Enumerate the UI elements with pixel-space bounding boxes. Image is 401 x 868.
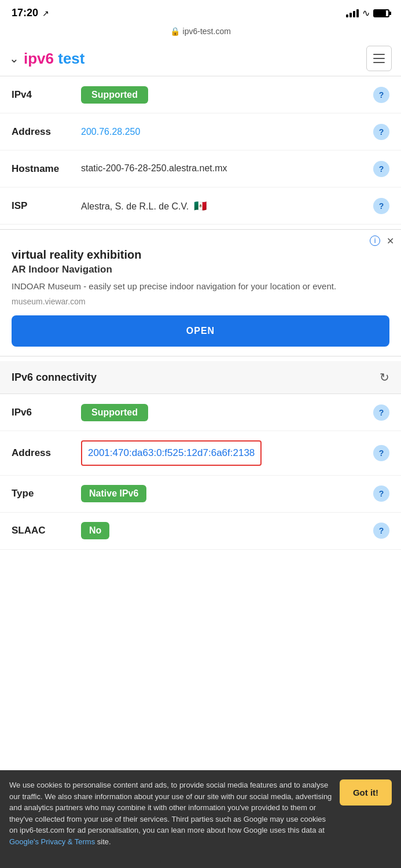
ad-title: virtual reality exhibition [12, 248, 389, 262]
ipv4-isp-help-icon[interactable]: ? [373, 198, 389, 214]
ipv4-hostname-value: static-200-76-28-250.alestra.net.mx [81, 162, 369, 175]
ipv6-status-badge: Supported [81, 404, 148, 421]
ipv6-slaac-value: No [81, 522, 369, 539]
ad-banner: i ✕ virtual reality exhibition AR Indoor… [0, 229, 401, 356]
hamburger-line-1 [373, 54, 385, 55]
ipv4-value: Supported [81, 86, 369, 104]
ad-url: museum.viewar.com [12, 297, 389, 306]
ipv6-section-title: IPv6 connectivity [12, 372, 97, 384]
url-text: ipv6-test.com [183, 27, 231, 36]
ipv6-slaac-badge: No [81, 522, 109, 539]
signal-bar-4 [356, 9, 359, 17]
ipv6-section: IPv6 Supported ? Address 2001:470:da63:0… [0, 394, 401, 550]
hamburger-menu-button[interactable] [366, 46, 392, 71]
back-chevron-icon[interactable]: ⌄ [9, 52, 19, 65]
ipv4-isp-value: Alestra, S. de R.L. de C.V. 🇲🇽 [81, 200, 369, 212]
logo-test: test [54, 50, 84, 67]
status-icons: ∿ [346, 8, 389, 19]
ipv6-address-row: Address 2001:470:da63:0:f525:12d7:6a6f:2… [0, 431, 401, 476]
ipv6-slaac-help-icon[interactable]: ? [373, 523, 389, 539]
ad-open-button[interactable]: OPEN [12, 315, 389, 347]
status-time: 17:20 ↗ [12, 7, 49, 19]
ipv4-hostname-help-icon[interactable]: ? [373, 161, 389, 177]
logo-v6: v6 [37, 50, 54, 67]
ad-info-icon[interactable]: i [370, 236, 380, 246]
ipv6-slaac-row: SLAAC No ? [0, 513, 401, 550]
signal-bars [346, 9, 359, 17]
ipv6-section-header: IPv6 connectivity ↻ [0, 361, 401, 394]
ipv4-hostname-label: Hostname [12, 163, 81, 175]
signal-bar-2 [350, 13, 352, 17]
ipv4-address-row: Address 200.76.28.250 ? [0, 113, 401, 150]
ipv4-label: IPv4 [12, 89, 81, 101]
ipv4-address-label: Address [12, 126, 81, 138]
ipv4-isp-row: ISP Alestra, S. de R.L. de C.V. 🇲🇽 ? [0, 187, 401, 225]
site-logo[interactable]: ipv6 test [24, 50, 85, 68]
ipv6-address-label: Address [12, 447, 81, 459]
ad-close-icon[interactable]: ✕ [387, 236, 394, 247]
cookie-policy-link[interactable]: Google's Privacy & Terms [9, 837, 95, 846]
ipv4-address-value[interactable]: 200.76.28.250 [81, 127, 369, 137]
ipv6-slaac-label: SLAAC [12, 525, 81, 536]
hamburger-line-3 [373, 62, 385, 63]
ad-description: INDOAR Museum - easily set up precise in… [12, 280, 389, 292]
location-icon: ↗ [42, 9, 49, 18]
signal-bar-3 [353, 11, 355, 17]
ipv4-isp-label: ISP [12, 200, 81, 212]
ipv6-help-icon[interactable]: ? [373, 404, 389, 421]
mexico-flag-icon: 🇲🇽 [194, 200, 207, 212]
status-bar: 17:20 ↗ ∿ [0, 0, 401, 24]
ipv6-row: IPv6 Supported ? [0, 394, 401, 431]
cookie-banner-inner: We use cookies to personalise content an… [9, 779, 392, 847]
ad-subtitle: AR Indoor Navigation [12, 264, 389, 275]
home-indicator [160, 860, 241, 863]
ipv6-address-help-icon[interactable]: ? [373, 445, 389, 461]
ipv4-help-icon[interactable]: ? [373, 87, 389, 103]
signal-bar-1 [346, 14, 348, 17]
ipv6-type-help-icon[interactable]: ? [373, 486, 389, 502]
lock-icon: 🔒 [170, 27, 180, 36]
wifi-icon: ∿ [362, 8, 370, 19]
battery-icon [373, 9, 389, 17]
ipv6-value: Supported [81, 404, 369, 421]
ipv4-status-badge: Supported [81, 86, 148, 104]
ipv6-label: IPv6 [12, 407, 81, 418]
ipv6-type-label: Type [12, 488, 81, 499]
nav-bar: ⌄ ipv6 test [0, 41, 401, 76]
ipv4-row: IPv4 Supported ? [0, 76, 401, 113]
ipv6-type-row: Type Native IPv6 ? [0, 476, 401, 513]
ipv4-hostname-row: Hostname static-200-76-28-250.alestra.ne… [0, 150, 401, 187]
ipv6-address-value: 2001:470:da63:0:f525:12d7:6a6f:2138 [81, 440, 369, 466]
logo-ip: ip [24, 50, 37, 67]
ipv4-section: IPv4 Supported ? Address 200.76.28.250 ?… [0, 76, 401, 225]
ipv6-address-box[interactable]: 2001:470:da63:0:f525:12d7:6a6f:2138 [81, 440, 262, 466]
ipv6-type-value: Native IPv6 [81, 485, 369, 502]
url-bar[interactable]: 🔒 ipv6-test.com [0, 24, 401, 41]
cookie-text: We use cookies to personalise content an… [9, 779, 333, 847]
ipv6-type-badge: Native IPv6 [81, 485, 146, 502]
cookie-banner: We use cookies to personalise content an… [0, 770, 401, 868]
got-it-button[interactable]: Got it! [340, 779, 392, 806]
nav-left: ⌄ ipv6 test [9, 50, 85, 68]
hamburger-line-2 [373, 58, 385, 59]
ipv4-address-help-icon[interactable]: ? [373, 124, 389, 140]
refresh-icon[interactable]: ↻ [380, 370, 389, 384]
